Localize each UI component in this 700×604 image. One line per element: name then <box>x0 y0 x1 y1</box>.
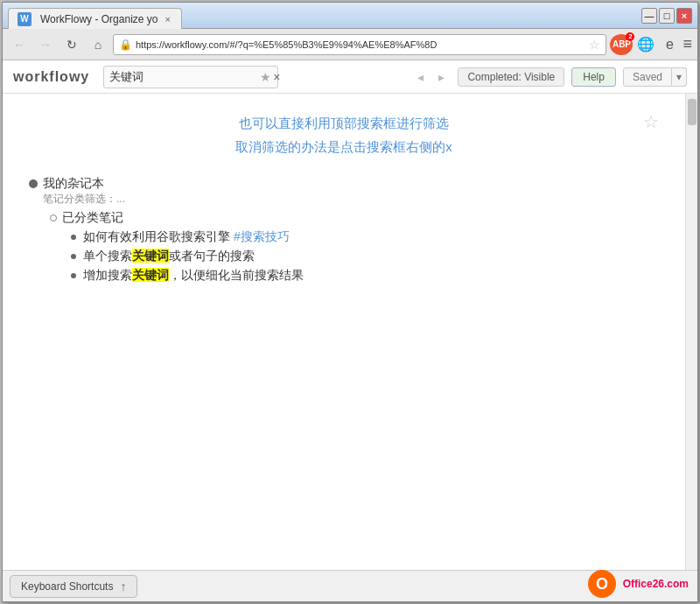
active-tab[interactable]: W WorkFlowy - Organize yo × <box>8 8 182 29</box>
saved-dropdown-button[interactable]: ▾ <box>672 67 687 87</box>
toolbar-nav: ◂ ▸ <box>410 67 451 87</box>
bottom-bar: Keyboard Shortcuts ↑ O Office26.com <box>3 570 697 601</box>
title-bar: W WorkFlowy - Organize yo × — □ × <box>3 3 697 29</box>
nav-bar: ← → ↻ ⌂ 🔒 https://workflowy.com/#/?q=%E5… <box>3 29 697 60</box>
note-item-3: 增加搜索关键词，以便细化当前搜索结果 <box>71 268 659 284</box>
saved-button[interactable]: Saved <box>623 67 672 87</box>
search-star-icon[interactable]: ★ <box>260 70 271 84</box>
completed-button[interactable]: Completed: Visible <box>458 67 564 87</box>
maximize-button[interactable]: □ <box>659 8 675 24</box>
adblock-button[interactable]: ABP 2 <box>610 34 633 55</box>
note-children: 如何有效利用谷歌搜索引擎 #搜索技巧 单个搜索关键词或者句子的搜索 <box>71 229 659 284</box>
keyboard-shortcuts-arrow: ↑ <box>120 579 126 593</box>
tab-title: WorkFlowy - Organize yo <box>40 13 158 25</box>
close-button[interactable]: × <box>676 8 692 24</box>
refresh-button[interactable]: ↻ <box>60 34 83 55</box>
root-item-sublabel: 笔记分类筛选：... <box>43 192 659 207</box>
forward-button[interactable]: → <box>34 34 57 55</box>
note-text-1: 如何有效利用谷歌搜索引擎 #搜索技巧 <box>83 229 290 245</box>
filter-notice: 也可以直接利用顶部搜索框进行筛选 取消筛选的办法是点击搜索框右侧的x <box>29 111 659 158</box>
app-toolbar: workflowy ★ × ◂ ▸ Completed: Visible Hel… <box>3 60 697 94</box>
note-text-3: 增加搜索关键词，以便细化当前搜索结果 <box>83 268 304 284</box>
menu-button[interactable]: ≡ <box>682 35 692 53</box>
help-button[interactable]: Help <box>571 67 616 87</box>
filter-line2: 取消筛选的办法是点击搜索框右侧的x <box>29 135 659 158</box>
filter-line1: 也可以直接利用顶部搜索框进行筛选 <box>29 111 659 135</box>
page-star-icon[interactable]: ☆ <box>643 111 659 132</box>
root-children: 已分类笔记 如何有效利用谷歌搜索引擎 #搜索技巧 <box>50 210 659 284</box>
saved-area: Saved ▾ <box>623 67 687 87</box>
bookmark-star-icon[interactable]: ☆ <box>589 38 600 52</box>
url-text: https://workflowy.com/#/?q=%E5%85%B3%E9%… <box>136 39 585 50</box>
office-text: Office26.com <box>623 578 689 590</box>
tab-favicon: W <box>18 12 32 26</box>
root-item: 我的杂记本 笔记分类筛选：... 已分类笔记 <box>29 176 659 284</box>
address-bar[interactable]: 🔒 https://workflowy.com/#/?q=%E5%85%B3%E… <box>113 34 606 55</box>
highlight-1: 关键词 <box>132 249 169 263</box>
nav-prev-button[interactable]: ◂ <box>410 67 430 87</box>
search-clear-btn[interactable]: × <box>273 70 280 84</box>
root-bullet[interactable] <box>29 179 38 188</box>
tag-link-1[interactable]: #搜索技巧 <box>234 229 290 243</box>
abp-badge: 2 <box>626 32 634 41</box>
category-bullet[interactable] <box>50 214 57 221</box>
keyboard-shortcuts-button[interactable]: Keyboard Shortcuts ↑ <box>10 575 137 598</box>
office-badge: O Office26.com <box>586 568 689 600</box>
window-controls: — □ × <box>641 8 692 24</box>
category-item: 已分类笔记 如何有效利用谷歌搜索引擎 #搜索技巧 <box>50 210 659 284</box>
note-text-2: 单个搜索关键词或者句子的搜索 <box>83 249 255 264</box>
note-item-1: 如何有效利用谷歌搜索引擎 #搜索技巧 <box>71 229 659 245</box>
lock-icon: 🔒 <box>119 39 132 51</box>
category-label: 已分类笔记 <box>62 210 123 226</box>
nav-right-area: ABP 2 🌐 e ≡ <box>610 34 692 55</box>
content-area: 也可以直接利用顶部搜索框进行筛选 取消筛选的办法是点击搜索框右侧的x ☆ 我的杂… <box>3 94 685 570</box>
back-button[interactable]: ← <box>8 34 31 55</box>
note-bullet-1[interactable] <box>71 235 76 240</box>
tree-root: 我的杂记本 笔记分类筛选：... 已分类笔记 <box>29 176 659 284</box>
root-item-label[interactable]: 我的杂记本 <box>43 176 104 192</box>
note-bullet-2[interactable] <box>71 254 76 259</box>
tab-close-btn[interactable]: × <box>163 14 172 25</box>
note-item-2: 单个搜索关键词或者句子的搜索 <box>71 249 659 264</box>
search-box[interactable]: ★ × <box>103 66 278 88</box>
category-item-row: 已分类笔记 <box>50 210 659 226</box>
scrollbar[interactable] <box>685 94 697 570</box>
browser-icon-1[interactable]: 🌐 <box>635 34 656 55</box>
highlight-2: 关键词 <box>132 268 169 282</box>
scrollbar-thumb[interactable] <box>688 99 696 125</box>
minimize-button[interactable]: — <box>641 8 657 24</box>
search-input[interactable] <box>109 70 256 83</box>
nav-next-button[interactable]: ▸ <box>431 67 451 87</box>
office-logo-icon: O <box>586 568 618 600</box>
keyboard-shortcuts-label: Keyboard Shortcuts <box>21 580 113 593</box>
home-button[interactable]: ⌂ <box>87 34 109 55</box>
app-logo: workflowy <box>13 69 89 85</box>
root-item-row: 我的杂记本 <box>29 176 659 192</box>
svg-text:O: O <box>596 575 608 593</box>
main-content: 也可以直接利用顶部搜索框进行筛选 取消筛选的办法是点击搜索框右侧的x ☆ 我的杂… <box>3 94 697 570</box>
note-bullet-3[interactable] <box>71 273 76 278</box>
browser-icon-2[interactable]: e <box>659 34 680 55</box>
